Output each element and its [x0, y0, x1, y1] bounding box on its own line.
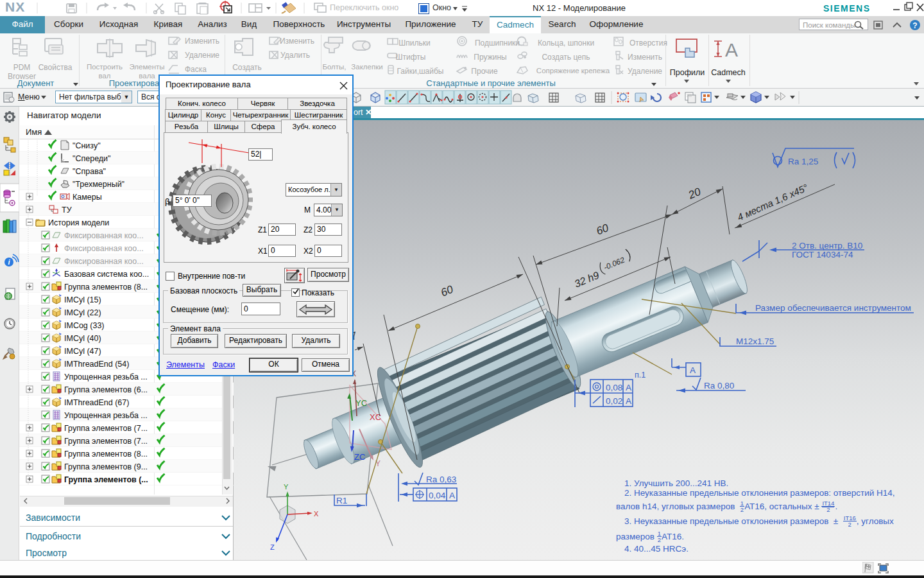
svg-text:Фиксированная коо...: Фиксированная коо... — [64, 244, 144, 253]
svg-text:"Трехмерный": "Трехмерный" — [73, 180, 124, 189]
svg-text:ZC: ZC — [354, 452, 365, 462]
svg-text:0,08: 0,08 — [606, 383, 622, 392]
svg-text:X: X — [314, 510, 319, 518]
svg-text:Упрощенная резьба ...: Упрощенная резьба ... — [64, 372, 148, 381]
svg-text:Базовая система коо...: Базовая система коо... — [64, 270, 149, 279]
svg-text:ГОСТ 14034-74: ГОСТ 14034-74 — [792, 250, 853, 259]
svg-text:Камеры: Камеры — [73, 193, 102, 202]
svg-text:ТУ: ТУ — [62, 206, 72, 215]
svg-text:Фиксированная коо...: Фиксированная коо... — [64, 257, 144, 266]
svg-text:Y: Y — [284, 483, 289, 491]
svg-text:А: А — [690, 365, 696, 375]
svg-text:4 места 1,6 х45°: 4 места 1,6 х45° — [735, 182, 809, 223]
svg-text:2 Отв. центр. В10: 2 Отв. центр. В10 — [792, 241, 862, 250]
svg-text:60: 60 — [439, 283, 455, 299]
svg-text:А: А — [449, 491, 455, 500]
svg-text:Фиксированная коо...: Фиксированная коо... — [64, 231, 144, 240]
svg-text:Группа элементов (9...: Группа элементов (9... — [64, 462, 148, 471]
svg-text:32 h9: 32 h9 — [573, 270, 601, 290]
svg-text:Размер обеспечивается инструме: Размер обеспечивается инструментом — [755, 303, 911, 313]
svg-text:Группа элементов (7...: Группа элементов (7... — [64, 424, 148, 433]
svg-text:0,04: 0,04 — [429, 491, 446, 500]
svg-text:Группа элементов (7...: Группа элементов (7... — [64, 437, 148, 446]
svg-text:История модели: История модели — [48, 218, 109, 227]
svg-text:Группа элементов (8...: Группа элементов (8... — [64, 283, 148, 292]
svg-text:п.1: п.1 — [635, 371, 646, 380]
svg-text:"Справа": "Справа" — [73, 167, 106, 176]
svg-text:IMThreadEnd (67): IMThreadEnd (67) — [64, 398, 129, 407]
svg-text:IMCyl (40): IMCyl (40) — [64, 334, 101, 343]
svg-text:60: 60 — [595, 222, 611, 238]
svg-text:A: A — [725, 39, 738, 60]
svg-text:20: 20 — [686, 185, 703, 202]
svg-text:Ra 0,63: Ra 0,63 — [426, 475, 456, 484]
svg-text:Z: Z — [270, 543, 275, 551]
svg-text:IMThreadEnd (54): IMThreadEnd (54) — [64, 360, 129, 369]
svg-text:Группа элементов (...: Группа элементов (... — [64, 475, 148, 484]
svg-text:Ra 1,25: Ra 1,25 — [788, 157, 818, 166]
svg-text:YC: YC — [355, 398, 367, 408]
svg-text:Ra 0,80: Ra 0,80 — [704, 381, 734, 390]
svg-text:А: А — [626, 396, 631, 406]
svg-text:Упрощенная резьба ...: Упрощенная резьба ... — [64, 411, 148, 420]
svg-text:?: ? — [912, 21, 917, 30]
svg-text:"Снизу": "Снизу" — [73, 141, 101, 150]
svg-text:IMCyl (15): IMCyl (15) — [64, 295, 101, 304]
svg-text:IMCyl (22): IMCyl (22) — [64, 308, 101, 317]
svg-text:-0.062: -0.062 — [603, 255, 626, 272]
svg-text:А: А — [626, 383, 631, 392]
svg-text:"Спереди": "Спереди" — [73, 154, 111, 163]
svg-text:IMCog (33): IMCog (33) — [64, 321, 105, 330]
svg-text:М12х1.75: М12х1.75 — [736, 337, 774, 346]
svg-text:IMCyl (47): IMCyl (47) — [64, 347, 101, 356]
svg-text:Группа элементов (6...: Группа элементов (6... — [64, 385, 148, 394]
svg-text:R1: R1 — [336, 496, 347, 505]
svg-text:0,02: 0,02 — [606, 396, 622, 406]
svg-text:Группа элементов (8...: Группа элементов (8... — [64, 450, 148, 459]
